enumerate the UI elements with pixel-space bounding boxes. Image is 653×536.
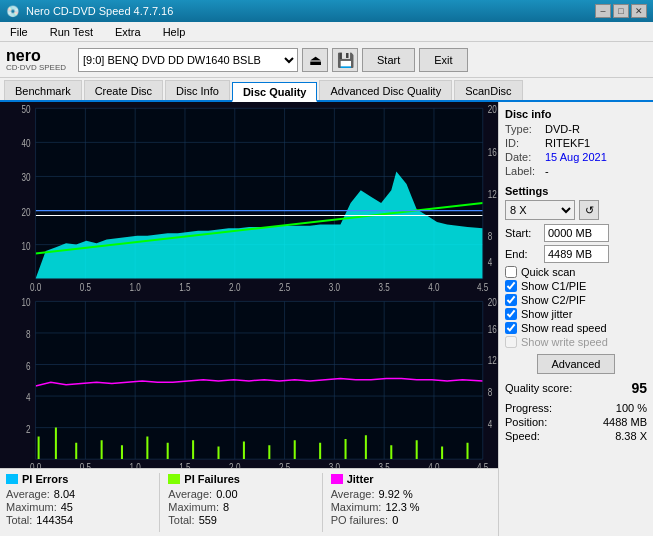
menu-extra[interactable]: Extra xyxy=(109,24,147,40)
disc-id-row: ID: RITEKF1 xyxy=(505,137,647,149)
tab-disc-info[interactable]: Disc Info xyxy=(165,80,230,100)
start-mb-label: Start: xyxy=(505,227,540,239)
app-icon: 💿 xyxy=(6,5,20,18)
close-button[interactable]: ✕ xyxy=(631,4,647,18)
svg-text:3.0: 3.0 xyxy=(329,282,340,293)
speed-row-progress: Speed: 8.38 X xyxy=(505,430,647,442)
pi-errors-max-label: Maximum: xyxy=(6,501,57,513)
svg-text:50: 50 xyxy=(21,105,30,116)
pi-errors-avg-row: Average: 8.04 xyxy=(6,488,151,500)
title-bar: 💿 Nero CD-DVD Speed 4.7.7.16 – □ ✕ xyxy=(0,0,653,22)
settings-title: Settings xyxy=(505,185,647,197)
svg-text:1.0: 1.0 xyxy=(130,462,141,468)
show-c1-checkbox[interactable] xyxy=(505,280,517,292)
maximize-button[interactable]: □ xyxy=(613,4,629,18)
progress-value: 100 % xyxy=(616,402,647,414)
nero-logo-text: nero xyxy=(6,48,66,64)
eject-button[interactable]: ⏏ xyxy=(302,48,328,72)
pi-errors-avg-label: Average: xyxy=(6,488,50,500)
pi-errors-label: PI Errors xyxy=(22,473,68,485)
tab-create-disc[interactable]: Create Disc xyxy=(84,80,163,100)
menu-run-test[interactable]: Run Test xyxy=(44,24,99,40)
jitter-max-row: Maximum: 12.3 % xyxy=(331,501,476,513)
quick-scan-checkbox[interactable] xyxy=(505,266,517,278)
svg-text:4: 4 xyxy=(488,257,493,268)
drive-selector[interactable]: [9:0] BENQ DVD DD DW1640 BSLB xyxy=(78,48,298,72)
pi-failures-avg-value: 0.00 xyxy=(216,488,237,500)
pi-errors-max-row: Maximum: 45 xyxy=(6,501,151,513)
disc-id-label: ID: xyxy=(505,137,545,149)
menu-help[interactable]: Help xyxy=(157,24,192,40)
jitter-po-row: PO failures: 0 xyxy=(331,514,476,526)
position-row: Position: 4488 MB xyxy=(505,416,647,428)
pi-errors-avg-value: 8.04 xyxy=(54,488,75,500)
svg-text:8: 8 xyxy=(26,329,31,340)
speed-selector[interactable]: 4 X 6 X 8 X 12 X 16 X xyxy=(505,200,575,220)
jitter-header: Jitter xyxy=(331,473,476,485)
window-title: Nero CD-DVD Speed 4.7.7.16 xyxy=(26,5,173,17)
svg-text:2.5: 2.5 xyxy=(279,462,290,468)
end-mb-input[interactable] xyxy=(544,245,609,263)
disc-type-row: Type: DVD-R xyxy=(505,123,647,135)
jitter-avg-label: Average: xyxy=(331,488,375,500)
pi-failures-label: PI Failures xyxy=(184,473,240,485)
toolbar: nero CD·DVD SPEED [9:0] BENQ DVD DD DW16… xyxy=(0,42,653,78)
nero-subtext: CD·DVD SPEED xyxy=(6,64,66,72)
svg-text:20: 20 xyxy=(21,207,30,218)
show-c2-checkbox[interactable] xyxy=(505,294,517,306)
jitter-avg-value: 9.92 % xyxy=(378,488,412,500)
show-jitter-label[interactable]: Show jitter xyxy=(521,308,572,320)
disc-info-title: Disc info xyxy=(505,108,647,120)
charts-svg: 50 40 30 20 10 20 16 12 8 4 0.0 0.5 1.0 … xyxy=(0,102,498,468)
jitter-max-label: Maximum: xyxy=(331,501,382,513)
quick-scan-label[interactable]: Quick scan xyxy=(521,266,575,278)
pi-failures-total-label: Total: xyxy=(168,514,194,526)
disc-label-row: Label: - xyxy=(505,165,647,177)
svg-text:8: 8 xyxy=(488,387,493,398)
show-write-speed-checkbox[interactable] xyxy=(505,336,517,348)
advanced-button[interactable]: Advanced xyxy=(537,354,616,374)
svg-text:1.0: 1.0 xyxy=(130,282,141,293)
save-button[interactable]: 💾 xyxy=(332,48,358,72)
pi-failures-max-value: 8 xyxy=(223,501,229,513)
show-read-speed-row: Show read speed xyxy=(505,322,647,334)
position-value: 4488 MB xyxy=(603,416,647,428)
show-write-speed-label[interactable]: Show write speed xyxy=(521,336,608,348)
svg-text:4.5: 4.5 xyxy=(477,462,488,468)
svg-text:30: 30 xyxy=(21,173,30,184)
pi-failures-avg-row: Average: 0.00 xyxy=(168,488,313,500)
start-mb-input[interactable] xyxy=(544,224,609,242)
minimize-button[interactable]: – xyxy=(595,4,611,18)
jitter-avg-row: Average: 9.92 % xyxy=(331,488,476,500)
show-jitter-checkbox[interactable] xyxy=(505,308,517,320)
tab-benchmark[interactable]: Benchmark xyxy=(4,80,82,100)
speed-label: Speed: xyxy=(505,430,540,442)
show-c2-label[interactable]: Show C2/PIF xyxy=(521,294,586,306)
menu-file[interactable]: File xyxy=(4,24,34,40)
svg-text:2: 2 xyxy=(26,424,31,435)
start-button[interactable]: Start xyxy=(362,48,415,72)
jitter-po-value: 0 xyxy=(392,514,398,526)
disc-label-value: - xyxy=(545,165,549,177)
show-read-speed-label[interactable]: Show read speed xyxy=(521,322,607,334)
exit-button[interactable]: Exit xyxy=(419,48,467,72)
disc-date-value: 15 Aug 2021 xyxy=(545,151,607,163)
tab-disc-quality[interactable]: Disc Quality xyxy=(232,82,318,102)
tab-advanced-disc-quality[interactable]: Advanced Disc Quality xyxy=(319,80,452,100)
refresh-button[interactable]: ↺ xyxy=(579,200,599,220)
pi-failures-color xyxy=(168,474,180,484)
show-read-speed-checkbox[interactable] xyxy=(505,322,517,334)
show-c1-label[interactable]: Show C1/PIE xyxy=(521,280,586,292)
progress-section: Progress: 100 % Position: 4488 MB Speed:… xyxy=(505,402,647,442)
svg-text:20: 20 xyxy=(488,105,497,116)
svg-text:3.5: 3.5 xyxy=(379,462,390,468)
svg-text:0.5: 0.5 xyxy=(80,462,91,468)
jitter-max-value: 12.3 % xyxy=(385,501,419,513)
tab-bar: Benchmark Create Disc Disc Info Disc Qua… xyxy=(0,78,653,102)
svg-text:10: 10 xyxy=(21,241,30,252)
pi-errors-total-label: Total: xyxy=(6,514,32,526)
jitter-stat: Jitter Average: 9.92 % Maximum: 12.3 % P… xyxy=(331,473,484,532)
tab-scandisc[interactable]: ScanDisc xyxy=(454,80,522,100)
menu-bar: File Run Test Extra Help xyxy=(0,22,653,42)
pi-failures-max-label: Maximum: xyxy=(168,501,219,513)
